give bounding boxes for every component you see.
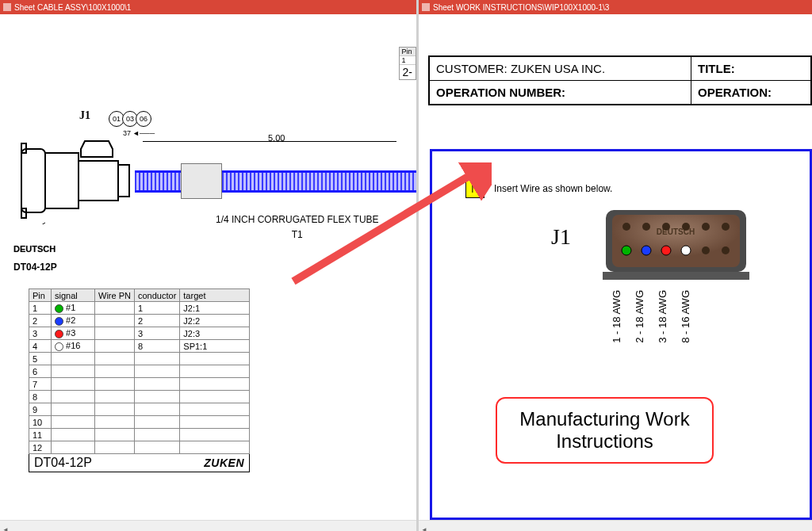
svg-rect-2 [118,165,129,197]
pin-table-header: conductor [135,289,180,302]
wire-color-icon [55,330,63,338]
table-row: 5 [29,353,250,365]
note-text: Insert Wire as shown below. [494,183,612,194]
table-row: 8 [29,391,250,403]
right-sheet-titlebar[interactable]: Sheet WORK INSTRUCTIONS\WIP100X1000-1\3 [419,0,812,14]
left-sheet-title: Sheet CABLE ASSY\100X1000\1 [14,3,131,12]
left-sheet-titlebar[interactable]: Sheet CABLE ASSY\100X1000\1 [0,0,416,14]
table-row: 11 [29,429,250,441]
svg-point-8 [662,223,670,231]
wire-color-icon [55,342,63,351]
work-instruction-title-block: CUSTOMER: ZUKEN USA INC. TITLE: OPERATIO… [428,55,812,105]
dt04-label: DT04-12P [13,262,57,273]
app-logo-icon [422,3,430,11]
zuken-logo: ZUKEN [204,457,244,469]
svg-point-10 [702,223,710,231]
awg-3: 3 - 18 AWG [657,290,668,343]
svg-point-17 [722,246,730,254]
table-row: 1 #11J2:1 [29,302,250,315]
table-row: 10 [29,416,250,429]
flex-tube [135,170,416,193]
svg-rect-18 [603,272,749,280]
table-row: 2 #22J2:2 [29,315,250,327]
awg-2: 2 - 18 AWG [634,290,645,343]
right-sheet-title: Sheet WORK INSTRUCTIONS\WIP100X1000-1\3 [433,3,609,12]
right-pane: Sheet WORK INSTRUCTIONS\WIP100X1000-1\3 … [419,0,812,531]
svg-point-15 [681,246,691,255]
title-cell: TITLE: [691,57,810,80]
table-row: 3 #33J2:3 [29,327,250,340]
customer-cell: CUSTOMER: ZUKEN USA INC. [430,57,691,80]
wire-color-icon [55,304,63,313]
scroll-left-icon[interactable]: ◄ [419,525,430,532]
operation-cell: OPERATION: [691,81,810,104]
partial-pin-box: Pin 1 2- [399,47,416,80]
tube-ferrule [181,163,222,199]
pin-table-header: signal [52,289,95,302]
j1-connector-label: J1 [551,224,571,250]
app-logo-icon [3,3,11,11]
deutsch-label: DEUTSCH [13,244,56,254]
svg-rect-1 [45,153,79,208]
pin-table-footer: DT04-12P ZUKEN [29,454,250,472]
svg-rect-0 [21,149,45,212]
table-row: 6 [29,365,250,378]
balloon-06: 06 [136,111,151,127]
partial-pin-row1: 1 [400,56,416,65]
partial-pin-header: Pin [400,48,416,56]
svg-point-7 [642,223,650,231]
svg-point-9 [682,223,690,231]
right-drawing-canvas[interactable]: CUSTOMER: ZUKEN USA INC. TITLE: OPERATIO… [419,14,812,520]
callout-manufacturing: Manufacturing Work Instructions [496,397,714,464]
footer-part-number: DT04-12P [34,456,92,470]
svg-point-16 [702,246,710,254]
left-pane: Sheet CABLE ASSY\100X1000\1 Pin 1 2- J1 … [0,0,416,531]
dimension-line [143,141,396,142]
wire-color-icon [55,317,63,326]
note-marker: N [465,179,485,198]
connector-j1-drawing [17,137,132,224]
table-row: 12 [29,441,250,454]
awg-labels: 1 - 18 AWG 2 - 18 AWG 3 - 18 AWG 8 - 16 … [611,290,691,343]
operation-number-cell: OPERATION NUMBER: [430,81,691,104]
connector-face-image: DEUTSCH [603,207,749,282]
j1-label: J1 [79,109,90,122]
awg-8: 8 - 16 AWG [680,290,691,343]
right-horizontal-scrollbar[interactable]: ◄ [419,520,812,531]
svg-point-13 [642,246,651,255]
partial-pin-row2: 2- [400,65,416,79]
left-horizontal-scrollbar[interactable]: ◄ [0,520,416,531]
svg-point-6 [622,223,630,231]
table-row: 9 [29,403,250,416]
svg-point-12 [622,246,631,255]
scroll-left-icon[interactable]: ◄ [0,525,11,532]
pin-table-header: target [180,289,250,302]
left-drawing-canvas[interactable]: Pin 1 2- J1 01 03 06 37◄─── 5.00 [0,14,416,520]
balloon-group: 01 03 06 [111,111,151,127]
table-row: 7 [29,378,250,391]
pin-table-header: Pin [29,289,52,302]
svg-rect-4 [612,215,740,267]
tube-label: 1/4 INCH CORRUGATED FLEX TUBE T1 [216,212,379,243]
pin-table-header: Wire PN [95,289,135,302]
svg-point-14 [661,246,671,255]
dimension-37: 37◄─── [123,129,153,137]
pin-table: PinsignalWire PNconductortarget 1 #11J2:… [29,288,250,454]
awg-1: 1 - 18 AWG [611,290,622,343]
table-row: 4 #168SP1:1 [29,340,250,353]
work-instruction-frame: N Insert Wire as shown below. J1 DEUTSCH [430,149,812,520]
svg-point-11 [722,223,730,231]
